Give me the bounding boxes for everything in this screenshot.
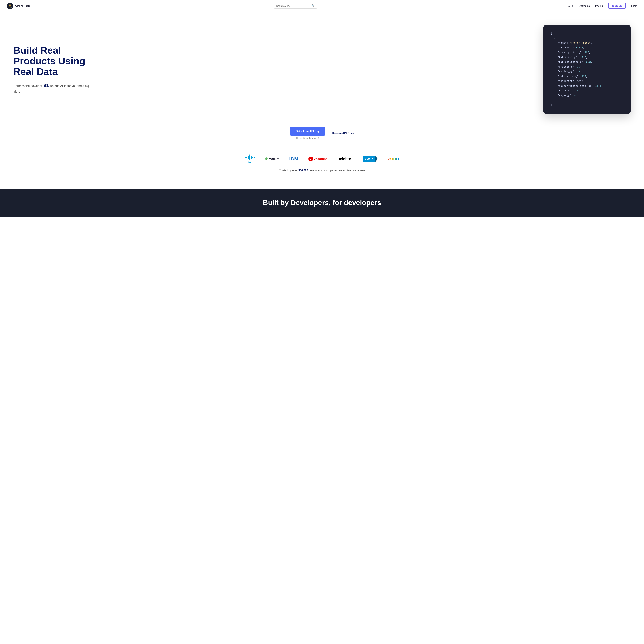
navbar: 🥷 API Ninjas 🔍 APIs Examples Pricing Sig… <box>0 0 644 12</box>
svg-marker-13 <box>375 156 378 162</box>
svg-rect-4 <box>251 156 252 159</box>
svg-rect-6 <box>252 157 253 158</box>
nav-links: APIs Examples Pricing Sign Up Login <box>568 3 637 9</box>
cta-note: No credit card required! <box>296 137 319 139</box>
cisco-svg <box>245 154 255 160</box>
hero-section: Build Real Products Using Real Data Harn… <box>0 12 644 124</box>
hero-left: Build Real Products Using Real Data Harn… <box>13 45 94 94</box>
svg-rect-3 <box>248 156 249 159</box>
search-input[interactable] <box>276 5 311 7</box>
zoho-h: H <box>393 157 396 161</box>
footer-title: Built by Developers, for developers <box>13 199 631 210</box>
logos-row: cisco MetLife IBM v vodafone <box>10 154 634 164</box>
sap-text: SAP <box>365 157 373 161</box>
vodafone-text: vodafone <box>314 157 327 161</box>
code-line-calories: "calories": 317.7, <box>551 46 623 50</box>
zoho-o1: O <box>390 157 393 161</box>
logo-link[interactable]: 🥷 API Ninjas <box>7 3 30 9</box>
search-bar[interactable]: 🔍 <box>274 3 317 9</box>
hero-subtitle: Harness the power of 91 unique APIs for … <box>13 82 94 94</box>
svg-rect-5 <box>246 157 247 158</box>
zoho-o2: O <box>396 157 399 161</box>
subtitle-prefix: Harness the power of <box>13 84 42 88</box>
code-line-name: "name": "french fries", <box>551 41 623 46</box>
cisco-text: cisco <box>247 161 253 164</box>
cisco-logo: cisco <box>245 154 255 164</box>
ibm-logo: IBM <box>289 156 298 162</box>
sap-arrow-icon <box>375 156 378 162</box>
code-line-potassium: "potassium_mg": 124, <box>551 74 623 79</box>
metlife-diamond-icon <box>265 157 268 160</box>
cta-section: Get a Free API Key No credit card requir… <box>0 124 644 149</box>
code-line-open-obj: { <box>551 36 623 41</box>
sap-logo: SAP <box>363 156 378 162</box>
deloitte-dot: . <box>351 156 353 162</box>
browse-docs-button[interactable]: Browse API Docs <box>332 132 354 135</box>
code-line-sodium: "sodium_mg": 212, <box>551 69 623 74</box>
code-line-protein: "protein_g": 3.4, <box>551 65 623 70</box>
trust-count: 300,000 <box>298 169 308 172</box>
deloitte-logo: Deloitte . <box>337 156 353 162</box>
zoho-z: Z <box>388 157 390 161</box>
login-button[interactable]: Login <box>631 4 637 7</box>
logo-icon: 🥷 <box>7 3 13 9</box>
svg-text:v: v <box>310 158 311 160</box>
get-api-key-button[interactable]: Get a Free API Key <box>290 127 325 136</box>
trust-suffix: developers, startups and enterprise busi… <box>309 169 365 172</box>
metlife-text: MetLife <box>269 157 279 161</box>
zoho-logo: Z O H O <box>388 157 399 161</box>
logos-section: cisco MetLife IBM v vodafone <box>0 149 644 182</box>
code-line-sugar: "sugar_g": 0.3 <box>551 93 623 98</box>
signup-button[interactable]: Sign Up <box>608 3 626 9</box>
nav-item-examples[interactable]: Examples <box>579 4 590 7</box>
vodafone-circle: v <box>308 157 313 161</box>
code-line-close-array: ] <box>551 103 623 108</box>
logo-text: API Ninjas <box>15 4 30 8</box>
code-line-open-array: [ <box>551 31 623 36</box>
vodafone-logo: v vodafone <box>308 157 327 161</box>
vodafone-icon: v <box>309 158 312 160</box>
cta-primary-wrapper: Get a Free API Key No credit card requir… <box>290 127 325 139</box>
code-line-close-obj: } <box>551 98 623 103</box>
cta-buttons: Get a Free API Key No credit card requir… <box>290 127 354 139</box>
cisco-bars <box>245 154 255 160</box>
deloitte-text: Deloitte <box>337 157 351 161</box>
hero-title: Build Real Products Using Real Data <box>13 45 94 77</box>
svg-text:🥷: 🥷 <box>8 4 12 8</box>
sap-box: SAP <box>363 156 375 162</box>
nav-item-pricing[interactable]: Pricing <box>595 4 603 7</box>
code-block: [ { "name": "french fries", "calories": … <box>543 25 631 114</box>
svg-rect-8 <box>254 157 255 158</box>
metlife-logo: MetLife <box>265 157 279 161</box>
footer: Built by Developers, for developers <box>0 189 644 217</box>
ibm-text: IBM <box>289 156 298 162</box>
svg-rect-7 <box>245 157 246 158</box>
code-line-fat-sat: "fat_saturated_g": 2.3, <box>551 60 623 65</box>
trust-prefix: Trusted by over <box>279 169 298 172</box>
code-line-carbs: "carbohydrates_total_g": 41.1, <box>551 84 623 89</box>
trust-text: Trusted by over 300,000 developers, star… <box>10 169 634 172</box>
nav-item-apis[interactable]: APIs <box>568 4 573 7</box>
code-line-fat-total: "fat_total_g": 14.8, <box>551 55 623 60</box>
code-line-serving: "serving_size_g": 100, <box>551 50 623 55</box>
api-count: 91 <box>44 83 49 88</box>
hero-right: [ { "name": "french fries", "calories": … <box>543 25 631 114</box>
code-line-cholesterol: "cholesterol_mg": 0, <box>551 79 623 84</box>
svg-marker-10 <box>265 157 268 159</box>
code-line-fiber: "fiber_g": 3.8, <box>551 89 623 93</box>
svg-rect-2 <box>249 154 250 160</box>
search-icon: 🔍 <box>311 4 315 7</box>
